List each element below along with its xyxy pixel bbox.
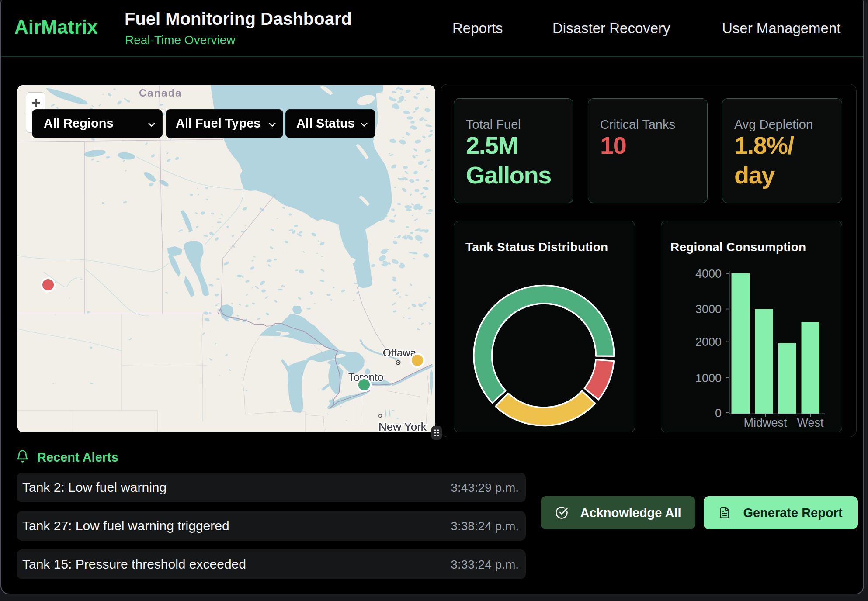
svg-text:Canada: Canada: [139, 87, 182, 99]
svg-text:0: 0: [715, 407, 722, 420]
svg-text:Midwest: Midwest: [743, 416, 787, 429]
svg-text:West: West: [797, 416, 824, 429]
svg-text:3000: 3000: [695, 303, 722, 316]
svg-text:4000: 4000: [695, 267, 722, 280]
svg-text:1000: 1000: [695, 372, 722, 385]
svg-text:New York: New York: [378, 420, 427, 432]
svg-text:2000: 2000: [695, 335, 722, 349]
